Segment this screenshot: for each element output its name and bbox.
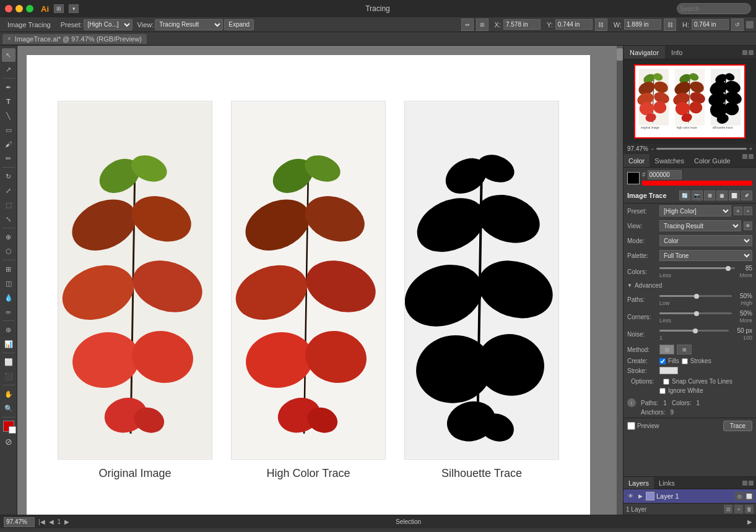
zoom-in-icon[interactable]: + bbox=[749, 146, 752, 152]
view-select[interactable]: Tracing Result Original Image Outline bbox=[155, 19, 223, 30]
status-zoom-input[interactable] bbox=[4, 517, 35, 527]
w-input[interactable] bbox=[624, 19, 661, 30]
shear-tool[interactable]: ⬚ bbox=[2, 198, 15, 212]
foreground-color[interactable] bbox=[627, 172, 640, 184]
color-tab[interactable]: Color bbox=[623, 154, 650, 167]
pencil-tool[interactable]: ✏ bbox=[2, 152, 15, 165]
stroke-color[interactable] bbox=[9, 426, 16, 434]
link-icon[interactable]: ⛓ bbox=[595, 19, 607, 31]
view-select-panel[interactable]: Tracing Result Original Image Outline bbox=[659, 220, 741, 231]
maximize-button[interactable] bbox=[26, 5, 33, 12]
make-clipping-btn[interactable]: ⊡ bbox=[724, 505, 732, 513]
strokes-checkbox[interactable] bbox=[682, 358, 688, 364]
prev-btn[interactable]: ◀ bbox=[49, 518, 54, 525]
column-graph-tool[interactable]: 📊 bbox=[2, 337, 15, 351]
palette-select[interactable]: Full Tone Limited Automatic bbox=[659, 250, 752, 261]
noise-slider[interactable] bbox=[659, 330, 729, 332]
trace-icon-2[interactable]: 📷 bbox=[692, 191, 703, 200]
corners-thumb[interactable] bbox=[694, 311, 699, 316]
align-icon[interactable]: ⊞ bbox=[476, 19, 489, 31]
paths-slider[interactable] bbox=[659, 295, 732, 297]
perspective-tool[interactable]: ⬡ bbox=[2, 244, 15, 258]
layer-visibility-icon[interactable]: 👁 bbox=[626, 492, 635, 500]
minimize-button[interactable] bbox=[15, 5, 23, 12]
rotate-tool[interactable]: ↻ bbox=[2, 169, 15, 183]
prev-page-btn[interactable]: |◀ bbox=[38, 518, 45, 525]
fills-checkbox[interactable] bbox=[659, 358, 666, 364]
fill-color[interactable] bbox=[3, 421, 14, 432]
ignore-white-checkbox[interactable] bbox=[659, 388, 666, 394]
direct-select-tool[interactable]: ↗ bbox=[2, 62, 15, 76]
mode-select[interactable]: Color Grayscale Black and White bbox=[659, 235, 752, 246]
artboard-tool[interactable]: ⬜ bbox=[2, 355, 15, 369]
preview-checkbox[interactable] bbox=[627, 422, 635, 430]
menu-image-tracing[interactable]: Image Tracing bbox=[2, 20, 56, 30]
color-guide-tab[interactable]: Color Guide bbox=[689, 154, 736, 167]
shape-tool[interactable]: ▭ bbox=[2, 123, 15, 137]
next-btn[interactable]: ▶ bbox=[64, 518, 69, 525]
constrain-icon[interactable]: ⛓ bbox=[664, 19, 676, 31]
transform-icon[interactable]: ⇔ bbox=[461, 19, 474, 31]
canvas-tab-item[interactable]: × ImageTrace.ai* @ 97.47% (RGB/Preview) bbox=[2, 34, 147, 44]
corners-slider[interactable] bbox=[659, 312, 732, 314]
hand-tool[interactable]: ✋ bbox=[2, 387, 15, 401]
layers-collapse-btn[interactable] bbox=[742, 481, 747, 486]
title-search[interactable] bbox=[677, 3, 751, 14]
blend-tool[interactable]: ∞ bbox=[2, 305, 15, 319]
trace-icon-5[interactable]: ⬜ bbox=[729, 191, 740, 200]
type-tool[interactable]: T bbox=[2, 95, 15, 108]
scale-tool[interactable]: ⤢ bbox=[2, 184, 15, 197]
zoom-out-icon[interactable]: − bbox=[651, 146, 654, 152]
color-panel-menu[interactable] bbox=[749, 154, 754, 159]
mesh-tool[interactable]: ⊞ bbox=[2, 262, 15, 276]
trace-icon-6[interactable]: ✐ bbox=[741, 191, 752, 200]
panel-collapse-btn[interactable] bbox=[742, 50, 747, 55]
slice-tool[interactable]: ⬛ bbox=[2, 369, 15, 383]
y-input[interactable] bbox=[555, 19, 593, 30]
links-tab[interactable]: Links bbox=[654, 477, 680, 489]
view-eye-icon[interactable]: 👁 bbox=[744, 221, 752, 230]
method-btn-2[interactable]: ⊞ bbox=[677, 345, 692, 354]
swatches-tab[interactable]: Swatches bbox=[650, 154, 689, 167]
trace-button[interactable]: Trace bbox=[723, 421, 752, 431]
layers-menu-btn[interactable] bbox=[749, 481, 754, 486]
stroke-color-preview[interactable] bbox=[659, 367, 678, 374]
advanced-toggle[interactable]: ▼ Advanced bbox=[623, 280, 756, 291]
preset-select-panel[interactable]: [High Color] [Low Color] [Silhouette] bbox=[659, 205, 731, 217]
add-layer-btn[interactable]: + bbox=[734, 505, 743, 513]
color-hex-input[interactable] bbox=[648, 170, 682, 179]
layer-drag-btn[interactable]: ⬜ bbox=[745, 492, 754, 500]
colors-thumb[interactable] bbox=[726, 266, 731, 271]
info-tab[interactable]: Info bbox=[665, 46, 689, 59]
layer-target-btn[interactable]: ◎ bbox=[735, 492, 744, 500]
x-input[interactable] bbox=[503, 19, 541, 30]
preset-add-icon[interactable]: + bbox=[744, 207, 752, 215]
delete-layer-btn[interactable]: 🗑 bbox=[745, 505, 754, 513]
eyedropper-tool[interactable]: 💧 bbox=[2, 291, 15, 304]
vertical-scrollbar[interactable] bbox=[617, 46, 623, 515]
trace-icon-1[interactable]: 🔄 bbox=[679, 191, 690, 200]
symbol-tool[interactable]: ⊛ bbox=[2, 323, 15, 337]
trace-icon-3[interactable]: ⊞ bbox=[704, 191, 715, 200]
panel-menu-btn[interactable] bbox=[749, 50, 754, 55]
snap-curves-checkbox[interactable] bbox=[663, 379, 669, 385]
shape-builder-tool[interactable]: ⊕ bbox=[2, 230, 15, 244]
layer-lock-icon[interactable]: ▶ bbox=[637, 492, 644, 500]
select-tool[interactable]: ↖ bbox=[2, 48, 15, 62]
layers-tab[interactable]: Layers bbox=[623, 477, 654, 489]
gradient-tool[interactable]: ◫ bbox=[2, 277, 15, 290]
canvas-tab-close[interactable]: × bbox=[7, 35, 11, 42]
zoom-tool[interactable]: 🔍 bbox=[2, 401, 15, 415]
line-tool[interactable]: ╲ bbox=[2, 109, 15, 122]
paths-thumb[interactable] bbox=[694, 294, 699, 299]
zoom-slider[interactable] bbox=[656, 148, 747, 150]
preset-list-icon[interactable]: ≡ bbox=[734, 207, 742, 215]
layer-row[interactable]: 👁 ▶ Layer 1 ◎ ⬜ bbox=[623, 489, 756, 503]
scrollbar-thumb[interactable] bbox=[617, 48, 623, 61]
none-icon[interactable]: ⊘ bbox=[2, 435, 15, 448]
navigator-tab[interactable]: Navigator bbox=[623, 46, 665, 59]
pen-tool[interactable]: ✒ bbox=[2, 80, 15, 94]
noise-thumb[interactable] bbox=[693, 328, 698, 333]
collapse-btn[interactable] bbox=[746, 21, 754, 28]
trace-icon-4[interactable]: ▣ bbox=[716, 191, 728, 200]
